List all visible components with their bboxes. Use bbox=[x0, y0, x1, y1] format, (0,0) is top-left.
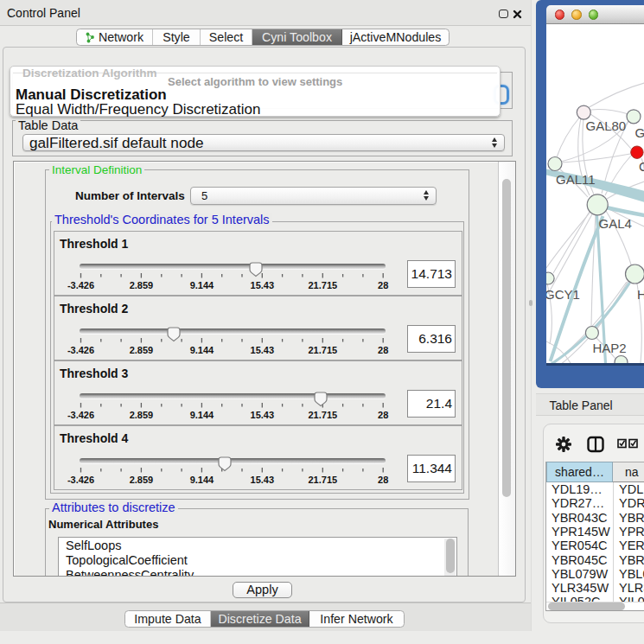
svg-text:GA: GA bbox=[634, 125, 644, 140]
svg-text:GAL80: GAL80 bbox=[585, 118, 626, 133]
svg-text:GAL11: GAL11 bbox=[556, 172, 596, 187]
svg-text:C: C bbox=[639, 159, 644, 174]
svg-text:GCY1: GCY1 bbox=[546, 287, 580, 302]
svg-text:HAP2: HAP2 bbox=[592, 341, 626, 355]
svg-text:H: H bbox=[637, 287, 644, 302]
svg-text:GAL4: GAL4 bbox=[598, 216, 631, 231]
